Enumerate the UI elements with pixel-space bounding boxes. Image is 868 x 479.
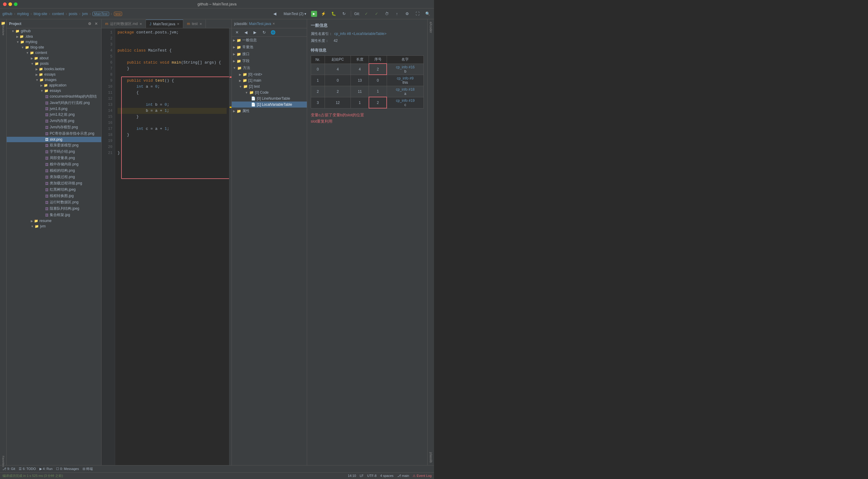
jclasslib-file[interactable]: MainTest.java — [249, 22, 271, 26]
sidebar-item-idea[interactable]: ▶ 📁 .idea — [7, 34, 101, 39]
status-encoding[interactable]: UTF-8 — [367, 474, 376, 478]
git-more[interactable]: ⚙ — [403, 10, 411, 18]
search-button[interactable]: 🔍 — [424, 10, 432, 18]
tab-maintest[interactable]: J MainTest.java ✕ — [146, 20, 183, 28]
git-bottom[interactable]: ⎇ 9: Git — [2, 467, 15, 471]
run-button[interactable]: ▶ — [311, 11, 317, 17]
nav-github[interactable]: github — [2, 12, 12, 16]
sidebar-item-jvm18b[interactable]: 🖼 jvm1.8之前.png — [7, 111, 101, 118]
tree-localvar[interactable]: 📄 [1] LocalVariableTable — [232, 101, 307, 107]
status-line-sep[interactable]: LF — [360, 474, 364, 478]
sidebar-item-essays2[interactable]: ▼ 📁 essays — [7, 88, 101, 93]
nav-jvm[interactable]: jvm — [82, 12, 88, 16]
status-indent[interactable]: 4 spaces — [380, 474, 393, 478]
editor-scrollbar[interactable] — [229, 28, 231, 465]
back-button[interactable]: ◀ — [271, 10, 279, 18]
jclasslib-browser[interactable]: 🌐 — [269, 29, 277, 36]
sidebar-item-application[interactable]: ▶ 📁 application — [7, 83, 101, 88]
code-editor[interactable]: package content.posts.jvm; public class … — [115, 28, 229, 465]
tree-attrs[interactable]: ▶ 📁 属性 — [232, 107, 307, 115]
sidebar-item-essays[interactable]: ▶ 📁 essays — [7, 72, 101, 77]
sidebar-item-myblog[interactable]: ▼ 📁 myblog — [7, 39, 101, 44]
run-config-dropdown[interactable]: MainTest (2) ▾ — [281, 10, 309, 18]
tree-code[interactable]: ▼ 📁 [0] Code — [232, 90, 307, 96]
sidebar-item-collection[interactable]: 🖼 集合框架.jpg — [7, 212, 101, 218]
expand-button[interactable]: ⛶ — [413, 10, 421, 18]
attr-name-value[interactable]: cp_info #8 — [334, 32, 351, 36]
sidebar-item-books[interactable]: ▶ 📁 books.laotze — [7, 66, 101, 72]
sidebar-item-rbtree[interactable]: 🖼 红黑树结构.jpeg — [7, 187, 101, 193]
event-log[interactable]: ⚠ Event Log — [412, 474, 432, 478]
nav-posts[interactable]: posts — [69, 12, 78, 16]
sidebar-item-resume[interactable]: ▶ 📁 resume — [7, 218, 101, 224]
cp-link-1[interactable]: cp_info #9 — [397, 76, 413, 81]
close-button[interactable] — [3, 2, 7, 6]
nav-test[interactable]: test — [114, 12, 122, 16]
git-commit[interactable]: ✓ — [362, 10, 370, 18]
xcode-tab[interactable]: aXcoder — [429, 21, 433, 34]
sidebar-item-runtime[interactable]: 🖼 运行时数据区.png — [7, 199, 101, 205]
todo-bottom[interactable]: ☰ 6: TODO — [19, 467, 36, 471]
git-push[interactable]: ↑ — [393, 10, 401, 18]
editor-content[interactable]: 1 2 3 4 5 6 7 8 9 10 11 12 13 14 15 16 1… — [101, 28, 231, 465]
sidebar-item-blogsite[interactable]: ▼ 📁 blog-site — [7, 44, 101, 50]
tree-fields[interactable]: ▶ 📁 字段 — [232, 58, 307, 64]
tree-methods[interactable]: ▼ 📁 方法 — [232, 64, 307, 71]
sidebar-item-pc[interactable]: 🖼 PC寄存器保存指令示意.png — [7, 130, 101, 137]
sidebar-item-jvmmodel[interactable]: 🖼 Jvm内存模型.png — [7, 124, 101, 130]
tree-linenumber[interactable]: 📄 [0] LineNumberTable — [232, 96, 307, 101]
sidebar-item-images[interactable]: ▼ 📁 images — [7, 77, 101, 83]
status-branch[interactable]: ⎇ main — [397, 474, 409, 478]
minimize-button[interactable] — [8, 2, 12, 6]
tree-const-pool[interactable]: ▶ 📁 常量池 — [232, 44, 307, 51]
jclasslib-reload[interactable]: ↻ — [260, 29, 268, 36]
cp-link-2[interactable]: cp_info #18 — [396, 87, 414, 92]
run-bottom[interactable]: ▶ 4: Run — [39, 467, 53, 471]
tree-test[interactable]: ▼ 📁 [2] test — [232, 84, 307, 90]
nav-content[interactable]: content — [52, 12, 64, 16]
sidebar-item-java[interactable]: 🖼 Java代码执行行流程.png — [7, 100, 101, 106]
sidebar-item-github[interactable]: ▼ 📁 github — [7, 28, 101, 34]
tree-init[interactable]: ▶ 📁 [0] <init> — [232, 71, 307, 77]
nav-maintest[interactable]: MainTest — [93, 12, 109, 16]
local-variable-table-link[interactable]: <LocalVariableTable> — [352, 32, 387, 36]
git-history[interactable]: ⏱ — [383, 10, 391, 18]
sidebar-item-concurrent[interactable]: 🖼 concurrentHashMap的内部结 — [7, 93, 101, 100]
sidebar-close[interactable]: ✕ — [93, 21, 99, 27]
sidebar-item-content[interactable]: ▼ 📁 content — [7, 50, 101, 56]
structure-icon[interactable]: Structure — [1, 27, 6, 33]
debug-button[interactable]: 🐛 — [330, 10, 338, 18]
sidebar-item-jvm[interactable]: ▼ 📁 jvm — [7, 224, 101, 229]
tab-runtime-md[interactable]: m 运行时数据区.md ✕ — [101, 20, 146, 28]
tree-main[interactable]: ▶ 📁 [1] main — [232, 77, 307, 84]
tab-maintest-close[interactable]: ✕ — [177, 22, 179, 26]
build-button[interactable]: ⚡ — [319, 10, 327, 18]
tree-interface[interactable]: ▶ 📁 接口 — [232, 51, 307, 58]
sidebar-item-slot[interactable]: 🖼 slot.png — [7, 137, 101, 142]
cp-link-3[interactable]: cp_info #19 — [396, 98, 415, 103]
sidebar-item-dual[interactable]: 🖼 双亲委派模型.png — [7, 142, 101, 149]
sidebar-item-classloaddetail[interactable]: 🖼 类加载过程详细.png — [7, 180, 101, 187]
git-check[interactable]: ✓ — [373, 10, 380, 18]
jclasslib-back[interactable]: ◀ — [242, 29, 250, 36]
sidebar-settings[interactable]: ⚙ — [87, 21, 92, 27]
jclasslib-close-btn[interactable]: ✕ — [233, 29, 241, 36]
sidebar-item-localvar[interactable]: 🖼 局部变量表.png — [7, 155, 101, 161]
tab-test[interactable]: m test ✕ — [183, 20, 206, 28]
favorites-icon[interactable]: Favorites — [1, 458, 6, 464]
tab-test-close[interactable]: ✕ — [199, 22, 202, 26]
tab-runtime-close[interactable]: ✕ — [140, 22, 142, 26]
sidebar-item-queue[interactable]: 🖼 阻塞队列结构.jpeg — [7, 205, 101, 212]
messages-bottom[interactable]: ☐ 0: Messages — [56, 467, 79, 471]
sidebar-item-posts[interactable]: ▼ 📁 posts — [7, 61, 101, 66]
sidebar-item-stack[interactable]: 🖼 栈中存储内容.png — [7, 161, 101, 167]
jclasslib-tab[interactable]: jclasslib — [429, 451, 433, 464]
sidebar-item-about[interactable]: ▶ 📁 about — [7, 56, 101, 61]
sidebar-item-jvm18[interactable]: 🖼 jvm1.8.png — [7, 106, 101, 111]
terminal-bottom[interactable]: ⊟ 终端 — [83, 467, 93, 471]
cp-link-0[interactable]: cp_info #16 — [396, 65, 415, 69]
jclasslib-forward[interactable]: ▶ — [251, 29, 259, 36]
jclasslib-close[interactable]: ✕ — [273, 22, 275, 25]
reload-button[interactable]: ↻ — [340, 10, 348, 18]
sidebar-item-jvmmem[interactable]: 🖼 Jvm内存图.png — [7, 118, 101, 124]
